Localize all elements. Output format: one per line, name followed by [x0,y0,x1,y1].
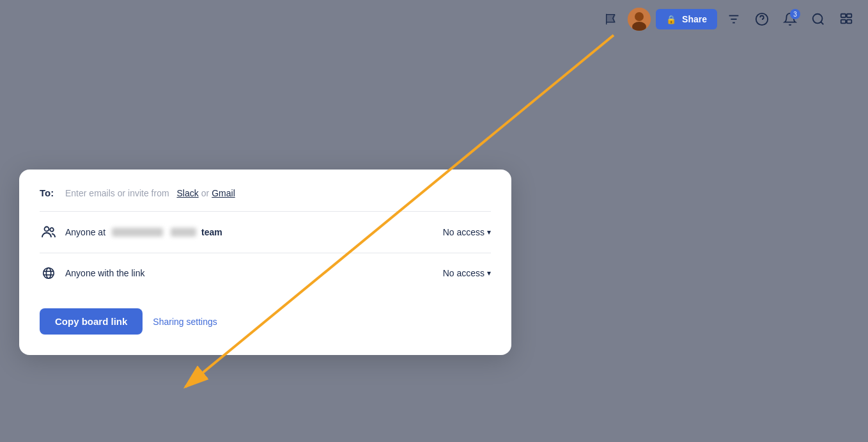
chevron-down-icon: ▾ [487,228,491,237]
topbar: 🔒 Share 3 [589,0,868,38]
globe-icon [40,266,58,280]
link-access-dropdown[interactable]: No access ▾ [443,268,491,278]
people-icon [40,225,58,240]
menu-icon[interactable] [835,8,858,31]
svg-point-7 [813,14,823,24]
lock-icon: 🔒 [666,15,676,24]
svg-rect-11 [841,20,846,23]
slack-link[interactable]: Slack [177,188,199,198]
bottom-row: Copy board link Sharing settings [40,293,491,335]
search-icon[interactable] [807,8,830,31]
flag-icon[interactable] [600,8,623,31]
team-name-blurred [112,228,163,237]
svg-rect-12 [847,20,851,23]
sharing-settings-link[interactable]: Sharing settings [153,317,217,327]
email-input-area[interactable]: Enter emails or invite from Slack or Gma… [65,188,491,198]
filter-icon[interactable] [722,8,745,31]
link-access-text: Anyone with the link [65,268,435,278]
to-label: To: [40,187,58,198]
team-access-value: No access [443,227,484,237]
team-access-text: Anyone at team [65,227,435,237]
help-icon[interactable] [750,8,773,31]
svg-rect-10 [847,14,851,18]
chevron-down-icon-2: ▾ [487,269,491,278]
copy-board-link-button[interactable]: Copy board link [40,308,143,335]
anyone-with-link-label: Anyone with the link [65,268,145,278]
notification-icon[interactable]: 3 [779,8,802,31]
svg-point-13 [45,227,49,232]
share-label: Share [682,14,707,24]
team-access-row: Anyone at team No access ▾ [40,212,491,253]
share-button[interactable]: 🔒 Share [656,9,717,29]
svg-rect-9 [841,14,846,18]
anyone-at-label: Anyone at [65,227,105,237]
or-text: or [201,188,209,198]
svg-point-16 [46,268,50,279]
link-access-row: Anyone with the link No access ▾ [40,253,491,293]
team-name-blurred-2 [171,228,196,237]
link-access-value: No access [443,268,484,278]
email-placeholder-text: Enter emails or invite from [65,188,169,198]
to-row: To: Enter emails or invite from Slack or… [40,187,491,212]
notification-badge: 3 [790,9,800,19]
svg-point-1 [635,12,644,21]
svg-point-14 [50,228,54,232]
gmail-link[interactable]: Gmail [212,188,235,198]
avatar[interactable] [628,8,651,31]
share-modal: To: Enter emails or invite from Slack or… [19,170,511,355]
svg-point-15 [43,268,54,279]
team-label: team [201,227,222,237]
svg-line-8 [821,22,823,24]
team-access-dropdown[interactable]: No access ▾ [443,227,491,237]
